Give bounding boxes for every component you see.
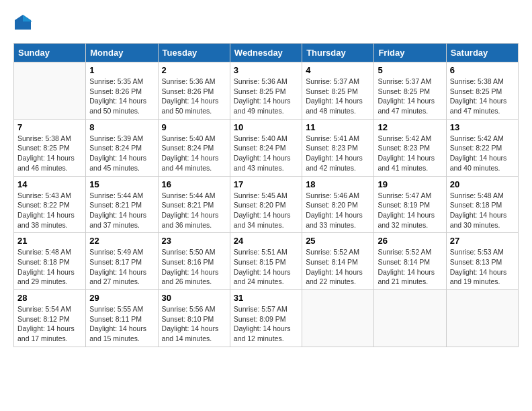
calendar-cell: 29Sunrise: 5:55 AM Sunset: 8:11 PM Dayli… <box>86 290 158 347</box>
calendar-cell: 1Sunrise: 5:35 AM Sunset: 8:26 PM Daylig… <box>86 62 158 120</box>
day-number: 5 <box>378 65 442 75</box>
day-info: Sunrise: 5:41 AM Sunset: 8:23 PM Dayligh… <box>306 134 370 173</box>
calendar-cell <box>374 290 446 347</box>
day-number: 8 <box>89 122 154 132</box>
day-info: Sunrise: 5:48 AM Sunset: 8:18 PM Dayligh… <box>17 247 82 287</box>
day-number: 24 <box>234 236 298 246</box>
day-info: Sunrise: 5:54 AM Sunset: 8:12 PM Dayligh… <box>17 304 82 344</box>
calendar-cell: 7Sunrise: 5:38 AM Sunset: 8:25 PM Daylig… <box>14 119 86 176</box>
day-number: 22 <box>89 236 154 246</box>
day-number: 20 <box>450 179 515 189</box>
calendar-week-row-2: 7Sunrise: 5:38 AM Sunset: 8:25 PM Daylig… <box>14 119 519 176</box>
calendar-cell: 11Sunrise: 5:41 AM Sunset: 8:23 PM Dayli… <box>302 119 374 176</box>
calendar-cell: 27Sunrise: 5:53 AM Sunset: 8:13 PM Dayli… <box>446 233 518 290</box>
day-number: 19 <box>378 179 442 189</box>
day-info: Sunrise: 5:47 AM Sunset: 8:19 PM Dayligh… <box>378 191 442 230</box>
day-info: Sunrise: 5:53 AM Sunset: 8:13 PM Dayligh… <box>450 247 515 287</box>
day-info: Sunrise: 5:43 AM Sunset: 8:22 PM Dayligh… <box>17 191 82 230</box>
day-number: 14 <box>17 179 82 189</box>
day-info: Sunrise: 5:49 AM Sunset: 8:17 PM Dayligh… <box>89 247 154 287</box>
day-number: 6 <box>450 65 515 75</box>
calendar-cell: 26Sunrise: 5:52 AM Sunset: 8:14 PM Dayli… <box>374 233 446 290</box>
day-number: 15 <box>89 179 154 189</box>
day-info: Sunrise: 5:38 AM Sunset: 8:25 PM Dayligh… <box>17 134 82 173</box>
day-info: Sunrise: 5:40 AM Sunset: 8:24 PM Dayligh… <box>162 134 226 173</box>
calendar-cell: 19Sunrise: 5:47 AM Sunset: 8:19 PM Dayli… <box>374 176 446 233</box>
day-info: Sunrise: 5:35 AM Sunset: 8:26 PM Dayligh… <box>89 77 154 116</box>
col-header-sunday: Sunday <box>14 44 86 62</box>
col-header-friday: Friday <box>374 44 446 62</box>
day-number: 4 <box>306 65 370 75</box>
calendar-cell: 23Sunrise: 5:50 AM Sunset: 8:16 PM Dayli… <box>158 233 230 290</box>
day-info: Sunrise: 5:48 AM Sunset: 8:18 PM Dayligh… <box>450 191 515 230</box>
calendar-cell: 25Sunrise: 5:52 AM Sunset: 8:14 PM Dayli… <box>302 233 374 290</box>
day-number: 9 <box>162 122 226 132</box>
col-header-saturday: Saturday <box>446 44 518 62</box>
day-number: 16 <box>162 179 226 189</box>
day-number: 7 <box>17 122 82 132</box>
day-number: 18 <box>306 179 370 189</box>
calendar-cell: 14Sunrise: 5:43 AM Sunset: 8:22 PM Dayli… <box>14 176 86 233</box>
day-info: Sunrise: 5:52 AM Sunset: 8:14 PM Dayligh… <box>378 247 442 287</box>
calendar-cell: 10Sunrise: 5:40 AM Sunset: 8:24 PM Dayli… <box>230 119 302 176</box>
col-header-wednesday: Wednesday <box>230 44 302 62</box>
day-number: 13 <box>450 122 515 132</box>
day-number: 23 <box>162 236 226 246</box>
day-number: 12 <box>378 122 442 132</box>
calendar-cell: 30Sunrise: 5:56 AM Sunset: 8:10 PM Dayli… <box>158 290 230 347</box>
calendar-cell: 13Sunrise: 5:42 AM Sunset: 8:22 PM Dayli… <box>446 119 518 176</box>
calendar-cell: 18Sunrise: 5:46 AM Sunset: 8:20 PM Dayli… <box>302 176 374 233</box>
day-info: Sunrise: 5:42 AM Sunset: 8:23 PM Dayligh… <box>378 134 442 173</box>
logo-icon <box>13 13 32 32</box>
day-info: Sunrise: 5:40 AM Sunset: 8:24 PM Dayligh… <box>234 134 298 173</box>
day-info: Sunrise: 5:44 AM Sunset: 8:21 PM Dayligh… <box>89 191 154 230</box>
day-info: Sunrise: 5:56 AM Sunset: 8:10 PM Dayligh… <box>162 304 226 344</box>
calendar-cell: 8Sunrise: 5:39 AM Sunset: 8:24 PM Daylig… <box>86 119 158 176</box>
col-header-tuesday: Tuesday <box>158 44 230 62</box>
day-number: 30 <box>162 293 226 303</box>
day-info: Sunrise: 5:38 AM Sunset: 8:25 PM Dayligh… <box>450 77 515 116</box>
day-info: Sunrise: 5:55 AM Sunset: 8:11 PM Dayligh… <box>89 304 154 344</box>
calendar-cell: 12Sunrise: 5:42 AM Sunset: 8:23 PM Dayli… <box>374 119 446 176</box>
calendar-header-row: SundayMondayTuesdayWednesdayThursdayFrid… <box>14 44 519 62</box>
calendar-cell: 9Sunrise: 5:40 AM Sunset: 8:24 PM Daylig… <box>158 119 230 176</box>
day-number: 17 <box>234 179 298 189</box>
page-header <box>13 13 519 32</box>
calendar-table: SundayMondayTuesdayWednesdayThursdayFrid… <box>13 43 519 347</box>
day-info: Sunrise: 5:52 AM Sunset: 8:14 PM Dayligh… <box>306 247 370 287</box>
day-info: Sunrise: 5:39 AM Sunset: 8:24 PM Dayligh… <box>89 134 154 173</box>
calendar-cell <box>302 290 374 347</box>
day-number: 11 <box>306 122 370 132</box>
day-info: Sunrise: 5:57 AM Sunset: 8:09 PM Dayligh… <box>234 304 298 344</box>
day-info: Sunrise: 5:36 AM Sunset: 8:25 PM Dayligh… <box>234 77 298 116</box>
calendar-cell: 20Sunrise: 5:48 AM Sunset: 8:18 PM Dayli… <box>446 176 518 233</box>
day-number: 31 <box>234 293 298 303</box>
calendar-cell: 16Sunrise: 5:44 AM Sunset: 8:21 PM Dayli… <box>158 176 230 233</box>
day-number: 10 <box>234 122 298 132</box>
day-info: Sunrise: 5:46 AM Sunset: 8:20 PM Dayligh… <box>306 191 370 230</box>
day-number: 25 <box>306 236 370 246</box>
calendar-cell: 17Sunrise: 5:45 AM Sunset: 8:20 PM Dayli… <box>230 176 302 233</box>
calendar-cell: 4Sunrise: 5:37 AM Sunset: 8:25 PM Daylig… <box>302 62 374 120</box>
day-info: Sunrise: 5:51 AM Sunset: 8:15 PM Dayligh… <box>234 247 298 287</box>
day-info: Sunrise: 5:45 AM Sunset: 8:20 PM Dayligh… <box>234 191 298 230</box>
calendar-cell: 2Sunrise: 5:36 AM Sunset: 8:26 PM Daylig… <box>158 62 230 120</box>
calendar-cell: 15Sunrise: 5:44 AM Sunset: 8:21 PM Dayli… <box>86 176 158 233</box>
day-number: 1 <box>89 65 154 75</box>
calendar-cell <box>446 290 518 347</box>
calendar-cell: 28Sunrise: 5:54 AM Sunset: 8:12 PM Dayli… <box>14 290 86 347</box>
calendar-cell: 22Sunrise: 5:49 AM Sunset: 8:17 PM Dayli… <box>86 233 158 290</box>
col-header-monday: Monday <box>86 44 158 62</box>
calendar-cell: 31Sunrise: 5:57 AM Sunset: 8:09 PM Dayli… <box>230 290 302 347</box>
calendar-week-row-5: 28Sunrise: 5:54 AM Sunset: 8:12 PM Dayli… <box>14 290 519 347</box>
calendar-cell: 5Sunrise: 5:37 AM Sunset: 8:25 PM Daylig… <box>374 62 446 120</box>
day-number: 28 <box>17 293 82 303</box>
day-info: Sunrise: 5:42 AM Sunset: 8:22 PM Dayligh… <box>450 134 515 173</box>
day-number: 29 <box>89 293 154 303</box>
day-info: Sunrise: 5:44 AM Sunset: 8:21 PM Dayligh… <box>162 191 226 230</box>
logo <box>13 13 35 32</box>
day-number: 2 <box>162 65 226 75</box>
day-number: 21 <box>17 236 82 246</box>
day-number: 3 <box>234 65 298 75</box>
calendar-cell: 3Sunrise: 5:36 AM Sunset: 8:25 PM Daylig… <box>230 62 302 120</box>
